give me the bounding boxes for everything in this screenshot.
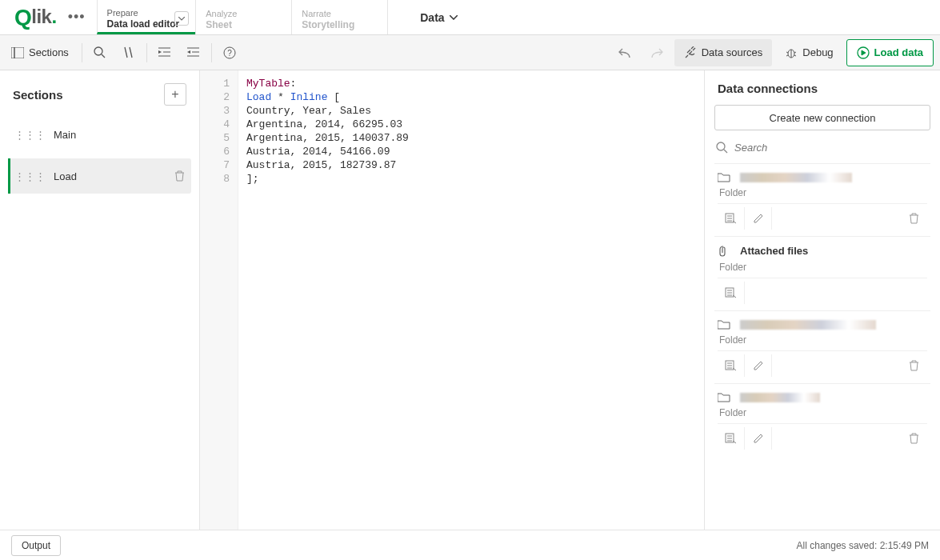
svg-point-2 [94, 47, 102, 55]
toolbar: Sections ? Data sources Debug Load data [0, 35, 940, 70]
load-data-button[interactable]: Load data [846, 39, 934, 66]
svg-rect-0 [11, 47, 14, 58]
debug-button[interactable]: Debug [775, 39, 842, 66]
search-icon [716, 142, 728, 154]
sections-icon [11, 47, 24, 58]
undo-icon [618, 47, 631, 58]
add-section-button[interactable]: + [164, 83, 186, 106]
svg-line-5 [130, 47, 132, 58]
search-button[interactable] [86, 38, 114, 67]
nav-tabs: Prepare Data load editor Analyze Sheet N… [97, 0, 389, 34]
svg-line-3 [102, 54, 105, 58]
tab-narrate[interactable]: Narrate Storytelling [291, 0, 387, 34]
connection-item[interactable]: Folder [714, 163, 930, 236]
indent-button[interactable] [150, 38, 179, 67]
connection-type: Folder [718, 262, 927, 273]
folder-icon [718, 319, 734, 330]
select-data-icon[interactable] [718, 207, 745, 230]
tab-narrate-label-bot: Storytelling [302, 19, 371, 30]
comment-toggle-button[interactable] [114, 38, 143, 67]
connection-type: Folder [718, 334, 927, 346]
qlik-logo: Qlik. [14, 5, 57, 30]
plug-icon [684, 46, 697, 59]
tab-prepare[interactable]: Prepare Data load editor [97, 0, 196, 34]
save-status: All changes saved: 2:15:49 PM [797, 540, 929, 551]
bug-icon [785, 46, 798, 59]
data-sources-button[interactable]: Data sources [674, 39, 773, 66]
connection-item[interactable]: Folder [714, 383, 930, 456]
indent-icon [158, 47, 170, 58]
sections-toggle-label: Sections [29, 46, 69, 58]
svg-rect-1 [14, 47, 24, 58]
select-data-icon[interactable] [718, 282, 745, 304]
svg-text:?: ? [227, 49, 232, 58]
top-nav: Qlik. ••• Prepare Data load editor Analy… [0, 0, 940, 35]
search-input[interactable] [734, 142, 929, 154]
chevron-down-icon [450, 15, 458, 20]
app-menu-icon[interactable]: ••• [68, 9, 86, 26]
svg-line-4 [125, 47, 127, 58]
sections-toggle[interactable]: Sections [6, 38, 78, 67]
sections-title: Sections [13, 88, 63, 102]
section-item-main[interactable]: ⋮⋮⋮ Main [8, 117, 191, 152]
svg-line-17 [794, 52, 796, 53]
connection-search[interactable] [714, 138, 930, 157]
section-label: Load [54, 170, 174, 182]
connection-name-redacted [740, 320, 876, 330]
line-gutter: 12345678 [200, 70, 238, 530]
connection-type: Folder [718, 187, 927, 198]
connection-name: Attached files [740, 245, 808, 257]
connection-name-redacted [740, 173, 852, 182]
connection-name-redacted [740, 393, 820, 402]
sections-sidebar: Sections + ⋮⋮⋮ Main ⋮⋮⋮ Load [0, 70, 200, 530]
code-editor[interactable]: 12345678 MyTable:Load * Inline [Country,… [200, 70, 705, 530]
data-connections-panel: Data connections Create new connection F… [705, 70, 940, 530]
tab-prepare-label-top: Prepare [107, 8, 180, 18]
folder-icon [718, 392, 734, 402]
app-name-dropdown[interactable]: Data [404, 0, 473, 34]
svg-line-22 [724, 150, 727, 153]
edit-icon[interactable] [745, 354, 772, 377]
footer: Output All changes saved: 2:15:49 PM [0, 530, 940, 560]
data-sources-label: Data sources [702, 46, 763, 58]
tab-prepare-label-bot: Data load editor [107, 18, 180, 30]
connection-item-attached[interactable]: Attached files Folder [714, 236, 930, 310]
play-icon [857, 46, 870, 59]
code-content[interactable]: MyTable:Load * Inline [Country, Year, Sa… [238, 70, 704, 530]
redo-icon [650, 47, 663, 58]
delete-icon[interactable] [900, 354, 927, 377]
svg-line-19 [794, 55, 796, 56]
outdent-button[interactable] [179, 38, 208, 67]
connection-item[interactable]: Folder [714, 310, 930, 383]
app-name-label: Data [420, 11, 444, 24]
edit-icon[interactable] [745, 427, 772, 450]
section-label: Main [54, 129, 185, 141]
undo-button[interactable] [610, 38, 639, 67]
redo-button[interactable] [642, 38, 671, 67]
section-item-load[interactable]: ⋮⋮⋮ Load [8, 158, 191, 194]
folder-icon [718, 172, 734, 182]
tab-narrate-label-top: Narrate [302, 9, 371, 18]
tab-analyze-label-bot: Sheet [206, 19, 275, 30]
help-icon: ? [223, 46, 236, 59]
select-data-icon[interactable] [718, 354, 745, 377]
help-button[interactable]: ? [215, 38, 244, 67]
delete-section-icon[interactable] [174, 170, 185, 182]
connections-title: Data connections [714, 82, 930, 95]
attachment-icon [718, 245, 734, 257]
tab-analyze[interactable]: Analyze Sheet [195, 0, 291, 34]
grip-icon: ⋮⋮⋮ [14, 129, 46, 141]
outdent-icon [187, 47, 199, 58]
delete-icon[interactable] [900, 427, 927, 450]
comment-icon [122, 46, 134, 58]
create-connection-button[interactable]: Create new connection [714, 105, 930, 130]
output-button[interactable]: Output [11, 535, 61, 556]
tab-analyze-label-top: Analyze [206, 9, 275, 18]
edit-icon[interactable] [745, 207, 772, 230]
logo-area: Qlik. ••• [0, 0, 97, 34]
chevron-down-icon[interactable] [174, 11, 189, 26]
debug-label: Debug [802, 46, 833, 58]
select-data-icon[interactable] [718, 427, 745, 450]
delete-icon[interactable] [900, 207, 927, 230]
connection-type: Folder [718, 407, 927, 418]
